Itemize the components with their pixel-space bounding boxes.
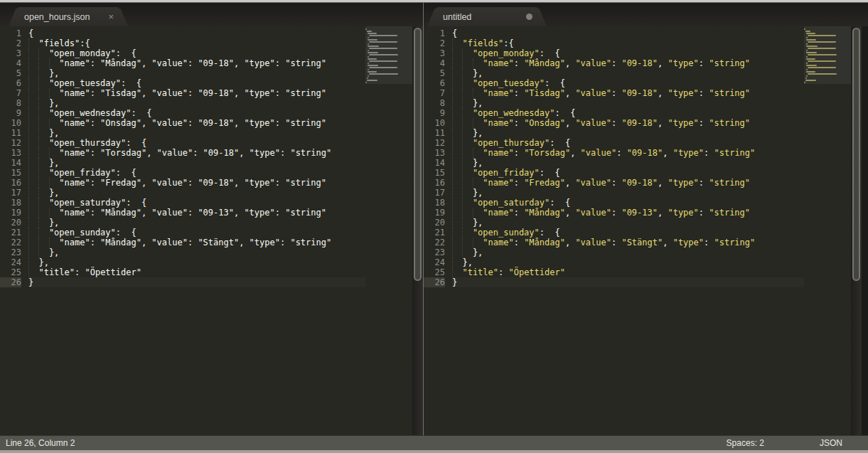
code-line[interactable]: "open_thursday": { (452, 138, 804, 148)
code-line[interactable]: }, (28, 247, 365, 257)
code-line[interactable]: }, (28, 188, 365, 198)
code-line[interactable]: }, (452, 257, 804, 267)
code-line[interactable]: "fields":{ (28, 38, 365, 48)
code-line[interactable]: }, (452, 128, 804, 138)
code-line[interactable]: "name": "Tisdag", "value": "09-18", "typ… (452, 88, 804, 98)
line-number: 23 (424, 247, 445, 257)
line-number: 4 (0, 58, 21, 68)
code-line[interactable]: "title": "Öpettider" (28, 267, 365, 277)
scrollbar-thumb-left[interactable] (414, 28, 422, 281)
tab-open-hours-json[interactable]: open_hours.json × (9, 7, 128, 26)
window-bottom-border (0, 450, 868, 453)
line-number: 19 (424, 208, 445, 218)
tab-bar-left: open_hours.json × (0, 3, 423, 26)
code-line[interactable]: }, (28, 68, 365, 78)
code-line[interactable]: "name": "Måndag", "value": "09-18", "typ… (452, 58, 804, 68)
code-line[interactable]: "open_wednesday": { (452, 108, 804, 118)
code-line[interactable]: "open_monday": { (28, 48, 365, 58)
code-line[interactable]: } (28, 277, 365, 287)
code-line[interactable]: "open_sunday": { (452, 228, 804, 238)
code-line[interactable]: "name": "Torsdag", "value": "09-18", "ty… (452, 148, 804, 158)
window-right-border (862, 26, 868, 435)
line-number: 4 (424, 58, 445, 68)
line-number: 26 (424, 277, 445, 287)
code-line[interactable]: }, (452, 158, 804, 168)
code-line[interactable]: "open_monday": { (452, 48, 804, 58)
line-number: 13 (0, 148, 21, 158)
line-number: 20 (424, 218, 445, 228)
code-line[interactable]: "name": "Måndag", "value": "09-13", "typ… (452, 208, 804, 218)
code-line[interactable]: "open_wednesday": { (28, 108, 365, 118)
code-editor-right[interactable]: 1234567891011121314151617181920212223242… (424, 26, 804, 435)
syntax-mode[interactable]: JSON (820, 438, 842, 448)
line-number: 13 (424, 148, 445, 158)
line-number: 7 (0, 88, 21, 98)
code-line[interactable]: "open_tuesday": { (28, 78, 365, 88)
scrollbar-thumb-right[interactable] (852, 28, 860, 281)
gutter-right: 1234567891011121314151617181920212223242… (424, 28, 445, 435)
line-number: 9 (424, 108, 445, 118)
tab-untitled[interactable]: untitled (427, 7, 547, 26)
line-number: 14 (424, 158, 445, 168)
minimap-right[interactable] (804, 26, 851, 435)
minimap-left[interactable] (365, 26, 412, 435)
code-line[interactable]: }, (452, 247, 804, 257)
code-line[interactable]: "name": "Fredag", "value": "09-18", "typ… (28, 178, 365, 188)
line-number: 16 (0, 178, 21, 188)
indentation-setting[interactable]: Spaces: 2 (727, 438, 764, 448)
code-line[interactable]: "title": "Öpettider" (452, 267, 804, 277)
scrollbar-left[interactable] (412, 26, 423, 435)
code-line[interactable]: }, (452, 218, 804, 228)
code-line[interactable]: "name": "Onsdag", "value": "09-18", "typ… (28, 118, 365, 128)
scrollbar-right[interactable] (851, 26, 862, 435)
code-line[interactable]: }, (452, 188, 804, 198)
line-number: 6 (0, 78, 21, 88)
line-number: 8 (0, 98, 21, 108)
tab-title: untitled (443, 12, 520, 22)
modified-dot-icon[interactable] (526, 14, 532, 20)
line-number: 17 (0, 188, 21, 198)
code-lines-left[interactable]: {"fields":{"open_monday": {"name": "Månd… (28, 28, 365, 435)
code-line[interactable]: "open_saturday": { (28, 198, 365, 208)
editor-window: open_hours.json × 1234567891011121314151… (0, 0, 868, 453)
code-line[interactable]: "name": "Onsdag", "value": "09-18", "typ… (452, 118, 804, 128)
code-line[interactable]: "name": "Måndag", "value": "Stängt", "ty… (28, 238, 365, 247)
line-number: 17 (424, 188, 445, 198)
line-number: 5 (424, 68, 445, 78)
code-line[interactable]: }, (28, 158, 365, 168)
line-number: 11 (424, 128, 445, 138)
cursor-position: Line 26, Column 2 (6, 438, 75, 448)
code-line[interactable]: "open_sunday": { (28, 228, 365, 238)
code-line[interactable]: "name": "Måndag", "value": "Stängt", "ty… (452, 238, 804, 247)
code-line[interactable]: } (452, 277, 804, 287)
code-line[interactable]: }, (28, 98, 365, 108)
line-number: 18 (424, 198, 445, 208)
code-line[interactable]: }, (452, 98, 804, 108)
close-icon[interactable]: × (108, 12, 114, 21)
line-number: 1 (424, 28, 445, 38)
code-line[interactable]: "name": "Måndag", "value": "09-13", "typ… (28, 208, 365, 218)
code-line[interactable]: "name": "Fredag", "value": "09-18", "typ… (452, 178, 804, 188)
code-line[interactable]: }, (28, 128, 365, 138)
code-line[interactable]: "fields":{ (452, 38, 804, 48)
code-line[interactable]: { (28, 28, 365, 38)
code-line[interactable]: "name": "Måndag", "value": "09-18", "typ… (28, 58, 365, 68)
line-number: 20 (0, 218, 21, 228)
code-editor-left[interactable]: 1234567891011121314151617181920212223242… (0, 26, 365, 435)
line-number: 11 (0, 128, 21, 138)
code-line[interactable]: }, (28, 257, 365, 267)
code-line[interactable]: "open_friday": { (28, 168, 365, 178)
line-number: 22 (0, 238, 21, 247)
code-line[interactable]: "open_thursday": { (28, 138, 365, 148)
code-lines-right[interactable]: {"fields":{"open_monday": {"name": "Månd… (452, 28, 804, 435)
code-line[interactable]: }, (28, 218, 365, 228)
code-line[interactable]: "open_saturday": { (452, 198, 804, 208)
code-line[interactable]: "name": "Tisdag", "value": "09-18", "typ… (28, 88, 365, 98)
code-line[interactable]: "open_tuesday": { (452, 78, 804, 88)
code-line[interactable]: }, (452, 68, 804, 78)
code-line[interactable]: "open_friday": { (452, 168, 804, 178)
code-line[interactable]: "name": "Torsdag", "value": "09-18", "ty… (28, 148, 365, 158)
editor-row-left: 1234567891011121314151617181920212223242… (0, 26, 423, 435)
line-number: 10 (424, 118, 445, 128)
code-line[interactable]: { (452, 28, 804, 38)
